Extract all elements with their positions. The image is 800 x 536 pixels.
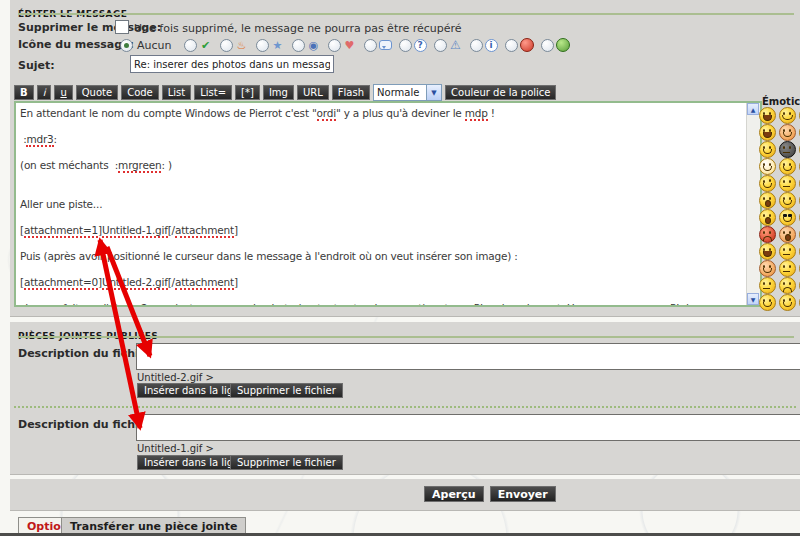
font-size-value: Normale [377, 87, 419, 98]
message-line [20, 185, 744, 198]
emoticon-arrow[interactable] [779, 141, 796, 158]
submit-button[interactable]: Envoyer [490, 486, 556, 502]
emoticon-surprised[interactable] [759, 192, 776, 209]
italic-button[interactable]: i [37, 85, 52, 100]
icon-option-star[interactable]: ★ [256, 38, 285, 52]
icon-radio[interactable] [184, 39, 197, 52]
icon-option-question[interactable]: ? [399, 39, 427, 52]
emoticon-cool[interactable] [779, 209, 796, 226]
message-editor[interactable]: ▲ ▼ En attendant le nom du compte Window… [14, 101, 762, 307]
attachment-filename-link[interactable]: Untitled-1.gif > [137, 443, 214, 454]
message-line [20, 146, 744, 159]
emoticon-sad[interactable] [779, 277, 796, 294]
url-button[interactable]: URL [297, 85, 329, 100]
message-line: (on est méchants :mrgreen: ) [20, 159, 744, 172]
file-description-input[interactable] [136, 414, 800, 441]
delete-file-button[interactable]: Supprimer le fichier [230, 455, 343, 470]
icon-radio[interactable] [220, 39, 233, 52]
delete-message-checkbox[interactable] [115, 20, 129, 34]
emoticon-neutral[interactable] [779, 260, 796, 277]
flame-icon: ♨ [235, 38, 249, 52]
icon-radio[interactable] [505, 39, 518, 52]
emoticon-blush[interactable] [779, 124, 796, 141]
icon-option-check[interactable]: ✔ [184, 38, 213, 52]
list-item-button[interactable]: [*] [235, 85, 260, 100]
bubble-icon [379, 40, 392, 50]
icon-radio[interactable] [399, 39, 412, 52]
icon-radio[interactable] [292, 39, 305, 52]
emoticon-lol[interactable] [759, 243, 776, 260]
ordered-list-button[interactable]: List= [194, 85, 232, 100]
message-line: [attachment=0]Untitled-2.gif[/attachment… [20, 276, 744, 289]
emoticon-smile[interactable] [779, 158, 796, 175]
message-line [20, 172, 744, 185]
emoticon-straight[interactable] [759, 277, 776, 294]
emoticon-smile[interactable] [759, 294, 776, 311]
heart-icon: ♥ [343, 38, 357, 52]
icon-option-heart[interactable]: ♥ [328, 38, 357, 52]
emoticon-wink[interactable] [779, 294, 796, 311]
font-color-button[interactable]: Couleur de la police [445, 85, 556, 100]
preview-button[interactable]: Aperçu [424, 486, 484, 502]
attachment-separator [14, 406, 796, 408]
quote-button[interactable]: Quote [76, 85, 118, 100]
scroll-down-icon[interactable]: ▼ [747, 293, 759, 305]
edit-message-panel: ÉDITER LE MESSAGE Supprimer le message: … [10, 0, 800, 317]
emoticon-weird[interactable] [779, 226, 796, 243]
flash-button[interactable]: Flash [332, 85, 370, 100]
file-description-input[interactable] [136, 343, 800, 370]
bbcode-toolbar: B i u Quote Code List List= [*] Img URL … [14, 84, 556, 101]
attachments-panel: PIÈCES JOINTES PUBLIÉES Description du f… [10, 322, 800, 475]
emoticon-eek[interactable] [759, 209, 776, 226]
icon-radio[interactable] [541, 39, 554, 52]
font-size-select[interactable]: Normale ▼ [373, 84, 442, 101]
emoticon-confused[interactable] [779, 243, 796, 260]
list-button[interactable]: List [162, 85, 191, 100]
emoticon-tongue[interactable] [759, 124, 776, 141]
icon-radio[interactable] [256, 39, 269, 52]
code-button[interactable]: Code [121, 85, 159, 100]
attachment-filename-link[interactable]: Untitled-2.gif > [137, 372, 214, 383]
message-line [20, 263, 744, 276]
emoticon-grin[interactable] [779, 107, 796, 124]
scroll-up-icon[interactable]: ▲ [747, 103, 759, 115]
message-line: [attachment=1]Untitled-1.gif[/attachment… [20, 224, 744, 237]
emoticon-neutral[interactable] [779, 175, 796, 192]
icon-radio[interactable] [364, 39, 377, 52]
emoticon-laugh[interactable] [759, 107, 776, 124]
underline-button[interactable]: u [54, 85, 72, 100]
emoticon-smile[interactable] [779, 192, 796, 209]
icon-option-flame[interactable]: ♨ [220, 38, 249, 52]
emoticon-angel[interactable] [759, 158, 776, 175]
icon-radio[interactable] [328, 39, 341, 52]
tab-upload-attachment[interactable]: Transférer une pièce jointe [61, 517, 246, 534]
icon-option-info[interactable]: i [470, 39, 498, 52]
emoticon-idea[interactable] [759, 141, 776, 158]
message-line: Aller une piste... [20, 198, 744, 211]
message-line: si on ne fait pas l'étape 2, ce n'est pa… [20, 302, 744, 307]
message-icons: Aucun ✔♨★◉♥?⚠i [120, 37, 577, 53]
message-line: Puis (après avoir positionné le curseur … [20, 250, 744, 263]
bold-button[interactable]: B [14, 85, 34, 100]
message-line [20, 237, 744, 250]
attachments-divider [18, 336, 794, 338]
subject-input[interactable] [130, 55, 334, 73]
icon-option-warning[interactable]: ⚠ [434, 38, 463, 52]
icon-option-greenface[interactable] [541, 38, 570, 52]
editor-scrollbar[interactable]: ▲ ▼ [746, 103, 760, 305]
icon-radio-none[interactable] [120, 39, 133, 52]
message-line: :mdr3: [20, 133, 744, 146]
icon-radio[interactable] [434, 39, 447, 52]
icon-option-bubble[interactable] [364, 39, 392, 52]
icon-radio[interactable] [470, 39, 483, 52]
icon-option-redface[interactable] [505, 38, 534, 52]
delete-file-button[interactable]: Supprimer le fichier [230, 383, 343, 398]
emoticon-blush[interactable] [759, 260, 776, 277]
emoticon-mad[interactable] [759, 226, 776, 243]
page-root: ÉDITER LE MESSAGE Supprimer le message: … [0, 0, 800, 536]
icon-option-ball[interactable]: ◉ [292, 38, 321, 52]
img-button[interactable]: Img [263, 85, 294, 100]
emoticon-wink[interactable] [759, 175, 776, 192]
emoticons-title: Émoticônes [762, 96, 800, 107]
chevron-down-icon: ▼ [426, 85, 441, 100]
